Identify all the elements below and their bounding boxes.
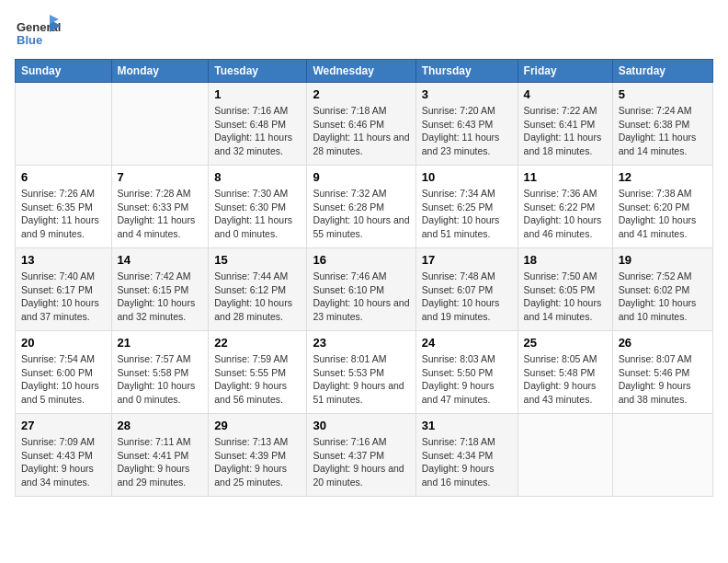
week-row-1: 1 Sunrise: 7:16 AMSunset: 6:48 PMDayligh… [16,83,713,166]
day-number: 23 [313,336,409,350]
svg-text:Blue: Blue [17,33,42,47]
day-cell: 27 Sunrise: 7:09 AMSunset: 4:43 PMDaylig… [16,414,112,497]
header-saturday: Saturday [612,60,712,83]
day-cell [518,414,612,497]
day-number: 15 [214,253,301,267]
cell-info: Sunrise: 7:44 AMSunset: 6:12 PMDaylight:… [214,270,301,324]
day-number: 5 [619,87,707,101]
header-tuesday: Tuesday [209,60,307,83]
day-number: 18 [524,253,607,267]
day-cell: 25 Sunrise: 8:05 AMSunset: 5:48 PMDaylig… [518,331,612,414]
day-cell: 12 Sunrise: 7:38 AMSunset: 6:20 PMDaylig… [612,166,712,248]
cell-info: Sunrise: 7:28 AMSunset: 6:33 PMDaylight:… [118,187,203,241]
day-number: 12 [619,170,707,184]
day-cell: 28 Sunrise: 7:11 AMSunset: 4:41 PMDaylig… [111,414,209,497]
cell-info: Sunrise: 7:59 AMSunset: 5:55 PMDaylight:… [214,352,301,407]
day-cell: 30 Sunrise: 7:16 AMSunset: 4:37 PMDaylig… [307,414,415,497]
header-monday: Monday [111,60,209,83]
day-number: 14 [118,253,203,267]
day-cell: 16 Sunrise: 7:46 AMSunset: 6:10 PMDaylig… [307,248,415,331]
day-number: 24 [422,336,512,350]
day-cell: 2 Sunrise: 7:18 AMSunset: 6:46 PMDayligh… [307,83,415,166]
cell-info: Sunrise: 7:57 AMSunset: 5:58 PMDaylight:… [118,352,203,407]
day-cell: 24 Sunrise: 8:03 AMSunset: 5:50 PMDaylig… [415,331,518,414]
day-number: 1 [214,87,301,101]
cell-info: Sunrise: 7:32 AMSunset: 6:28 PMDaylight:… [313,187,409,241]
cell-info: Sunrise: 7:38 AMSunset: 6:20 PMDaylight:… [619,187,707,241]
day-number: 11 [524,170,607,184]
week-row-5: 27 Sunrise: 7:09 AMSunset: 4:43 PMDaylig… [16,414,713,497]
day-cell: 7 Sunrise: 7:28 AMSunset: 6:33 PMDayligh… [111,166,209,248]
logo-icon: General Blue [15,15,61,52]
day-number: 26 [619,336,707,350]
cell-info: Sunrise: 7:40 AMSunset: 6:17 PMDaylight:… [21,270,106,324]
day-cell: 18 Sunrise: 7:50 AMSunset: 6:05 PMDaylig… [518,248,612,331]
cell-info: Sunrise: 7:18 AMSunset: 6:46 PMDaylight:… [313,104,409,158]
day-cell: 20 Sunrise: 7:54 AMSunset: 6:00 PMDaylig… [16,331,112,414]
cell-info: Sunrise: 7:36 AMSunset: 6:22 PMDaylight:… [524,187,607,241]
cell-info: Sunrise: 7:22 AMSunset: 6:41 PMDaylight:… [524,104,607,158]
day-number: 21 [118,336,203,350]
day-number: 30 [313,419,409,432]
cell-info: Sunrise: 7:42 AMSunset: 6:15 PMDaylight:… [118,270,203,324]
week-row-3: 13 Sunrise: 7:40 AMSunset: 6:17 PMDaylig… [16,248,713,331]
cell-info: Sunrise: 7:16 AMSunset: 4:37 PMDaylight:… [313,435,409,489]
page-header: General Blue [15,15,713,52]
day-cell: 11 Sunrise: 7:36 AMSunset: 6:22 PMDaylig… [518,166,612,248]
cell-info: Sunrise: 7:46 AMSunset: 6:10 PMDaylight:… [313,270,409,324]
day-number: 8 [214,170,301,184]
cell-info: Sunrise: 7:54 AMSunset: 6:00 PMDaylight:… [21,352,106,407]
day-number: 3 [422,87,512,101]
day-cell: 14 Sunrise: 7:42 AMSunset: 6:15 PMDaylig… [111,248,209,331]
cell-info: Sunrise: 7:13 AMSunset: 4:39 PMDaylight:… [214,435,301,489]
day-number: 17 [422,253,512,267]
day-cell: 5 Sunrise: 7:24 AMSunset: 6:38 PMDayligh… [612,83,712,166]
day-number: 31 [422,419,512,432]
day-cell: 31 Sunrise: 7:18 AMSunset: 4:34 PMDaylig… [415,414,518,497]
day-number: 28 [118,419,203,432]
day-cell [111,83,209,166]
cell-info: Sunrise: 7:24 AMSunset: 6:38 PMDaylight:… [619,104,707,158]
calendar-table: SundayMondayTuesdayWednesdayThursdayFrid… [15,59,713,497]
day-cell: 3 Sunrise: 7:20 AMSunset: 6:43 PMDayligh… [415,83,518,166]
day-cell: 21 Sunrise: 7:57 AMSunset: 5:58 PMDaylig… [111,331,209,414]
day-cell: 4 Sunrise: 7:22 AMSunset: 6:41 PMDayligh… [518,83,612,166]
day-cell: 22 Sunrise: 7:59 AMSunset: 5:55 PMDaylig… [209,331,307,414]
header-thursday: Thursday [415,60,518,83]
day-cell: 17 Sunrise: 7:48 AMSunset: 6:07 PMDaylig… [415,248,518,331]
cell-info: Sunrise: 7:52 AMSunset: 6:02 PMDaylight:… [619,270,707,324]
cell-info: Sunrise: 7:26 AMSunset: 6:35 PMDaylight:… [21,187,106,241]
day-cell: 23 Sunrise: 8:01 AMSunset: 5:53 PMDaylig… [307,331,415,414]
day-cell: 8 Sunrise: 7:30 AMSunset: 6:30 PMDayligh… [209,166,307,248]
day-cell: 19 Sunrise: 7:52 AMSunset: 6:02 PMDaylig… [612,248,712,331]
day-number: 16 [313,253,409,267]
day-cell [16,83,112,166]
header-sunday: Sunday [16,60,112,83]
day-cell: 10 Sunrise: 7:34 AMSunset: 6:25 PMDaylig… [415,166,518,248]
cell-info: Sunrise: 7:48 AMSunset: 6:07 PMDaylight:… [422,270,512,324]
logo: General Blue [15,15,61,52]
cell-info: Sunrise: 8:07 AMSunset: 5:46 PMDaylight:… [619,352,707,407]
cell-info: Sunrise: 7:50 AMSunset: 6:05 PMDaylight:… [524,270,607,324]
cell-info: Sunrise: 7:11 AMSunset: 4:41 PMDaylight:… [118,435,203,489]
cell-info: Sunrise: 7:30 AMSunset: 6:30 PMDaylight:… [214,187,301,241]
cell-info: Sunrise: 8:05 AMSunset: 5:48 PMDaylight:… [524,352,607,407]
cell-info: Sunrise: 7:09 AMSunset: 4:43 PMDaylight:… [21,435,106,489]
day-number: 7 [118,170,203,184]
day-number: 19 [619,253,707,267]
day-cell: 9 Sunrise: 7:32 AMSunset: 6:28 PMDayligh… [307,166,415,248]
day-number: 27 [21,419,106,432]
week-row-2: 6 Sunrise: 7:26 AMSunset: 6:35 PMDayligh… [16,166,713,248]
day-number: 29 [214,419,301,432]
week-row-4: 20 Sunrise: 7:54 AMSunset: 6:00 PMDaylig… [16,331,713,414]
day-number: 20 [21,336,106,350]
day-cell: 26 Sunrise: 8:07 AMSunset: 5:46 PMDaylig… [612,331,712,414]
day-number: 4 [524,87,607,101]
cell-info: Sunrise: 7:16 AMSunset: 6:48 PMDaylight:… [214,104,301,158]
cell-info: Sunrise: 7:20 AMSunset: 6:43 PMDaylight:… [422,104,512,158]
cell-info: Sunrise: 8:01 AMSunset: 5:53 PMDaylight:… [313,352,409,407]
day-cell [612,414,712,497]
day-number: 2 [313,87,409,101]
day-number: 22 [214,336,301,350]
day-number: 6 [21,170,106,184]
